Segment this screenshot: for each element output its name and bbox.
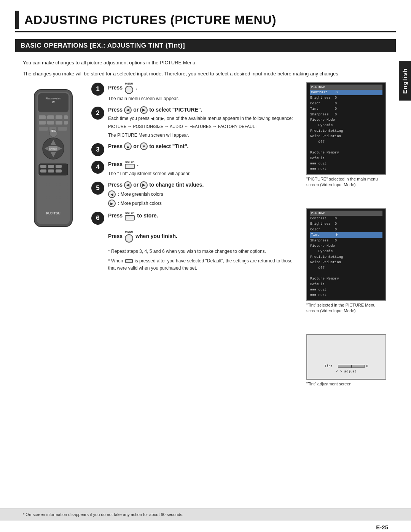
screen2-row-7: Dynamic (310, 249, 382, 254)
svg-rect-11 (56, 121, 62, 125)
svg-rect-32 (39, 179, 47, 184)
screen2-row-9: Noise Reduction (310, 260, 382, 265)
step-2-circle: 2 (91, 107, 104, 120)
screen2-row-4: Tint 0 (310, 232, 382, 238)
screen1-row-1: Contrast 0 (310, 90, 382, 95)
screen1-row-9: Noise Reduction (310, 134, 382, 139)
step-5-left-arrow: ◀ (124, 181, 132, 189)
step-5-right-arrow: ▶ (140, 181, 148, 189)
screen2-row-5: Sharpness 0 (310, 238, 382, 243)
step-5-bullet2: ▶ : More purplish colors (108, 200, 299, 207)
step-6-content: Press ENTER to store. (108, 211, 299, 220)
step-5-to-change: to change tint values. (149, 181, 204, 189)
step-2-right-arrow: ▶ (140, 106, 148, 114)
svg-rect-36 (49, 185, 57, 190)
screen1-row-10: Off (310, 139, 382, 145)
title-accent (15, 11, 19, 29)
svg-rect-27 (48, 165, 54, 168)
screen1-row-5: Sharpness 0 (310, 112, 382, 117)
svg-rect-7 (56, 115, 62, 119)
step-2: 2 Press ◀ or ▶ to select "PICTURE". Each… (91, 106, 299, 139)
step-7-when-finish: when you finish. (135, 232, 177, 240)
step-2-sequence: PICTURE ↔ POSITION/SIZE ↔ AUDIO ↔ FEATUR… (108, 123, 299, 130)
step-1-dot: . (135, 84, 137, 92)
step-5-bullet1-text: : More greenish colors (118, 192, 163, 197)
footer-note: * On-screen information disappears if yo… (0, 508, 411, 521)
step-3-down-arrow: ▼ (140, 142, 148, 150)
step-2-left-arrow: ◀ (124, 106, 132, 114)
tint-value: 0 (366, 364, 368, 368)
intro-text: You can make changes to all picture adju… (23, 59, 384, 78)
svg-rect-42 (49, 198, 57, 203)
screen2-row-11 (310, 271, 382, 276)
screen2-mock: PICTURE Contrast 0 Brightness 0 Color 0 … (306, 208, 386, 301)
step-5-bullet1: ◀ : More greenish colors (108, 190, 299, 198)
step-1-content: Press MENU . The main menu screen will a… (108, 82, 299, 102)
screen2-row-13: Default (310, 282, 382, 287)
step-6-to-store: to store. (137, 212, 158, 220)
step-2-sub2: The PICTURE Menu screen will appear. (108, 132, 299, 139)
svg-rect-40 (59, 192, 68, 197)
svg-rect-26 (40, 165, 46, 168)
screen1-row-0: PICTURE (310, 85, 382, 90)
steps-column: 1 Press MENU . The main menu screen will… (91, 82, 299, 275)
svg-rect-31 (56, 169, 62, 173)
step-5-content: Press ◀ or ▶ to change tint values. ◀ : … (108, 181, 299, 207)
svg-rect-8 (64, 115, 68, 119)
screen2-row-15: ■■■ next (310, 292, 382, 298)
step-5-press: Press (108, 181, 123, 189)
language-tab: English (399, 61, 411, 101)
tint-bar (338, 365, 365, 368)
step-2-press: Press (108, 106, 123, 114)
screen1-row-4: Tint 0 (310, 106, 382, 112)
step-3-or: or (133, 142, 139, 150)
step-4-enter-btn-wrap: ENTER (125, 160, 135, 169)
page-title: ADJUSTING PICTURES (PICTURE MENU) (24, 13, 276, 27)
svg-rect-15 (58, 127, 67, 131)
step-7-press: Press (108, 232, 123, 240)
tint-adjust-label: < > adjust (336, 370, 357, 374)
screen2-row-1: Contrast 0 (310, 216, 382, 221)
svg-rect-33 (49, 179, 57, 184)
screen1-mock: PICTURE Contrast 0 Brightness 0 Color 0 … (306, 82, 386, 175)
step-1-circle: 1 (91, 83, 104, 96)
svg-rect-41 (39, 198, 47, 203)
step-1: 1 Press MENU . The main menu screen will… (91, 82, 299, 102)
step-3-up-arrow: ▲ (124, 142, 132, 150)
screen3-container: Tint 0 < > adjust "Tint" adjustment scre… (306, 334, 388, 387)
spacer2 (306, 320, 388, 328)
step-4: 4 Press ENTER . The "Tint" adjustment sc… (91, 160, 299, 177)
step-2-content: Press ◀ or ▶ to select "PICTURE". Each t… (108, 106, 299, 139)
screen2-row-8: PrecisionSetting (310, 254, 382, 260)
svg-rect-37 (59, 185, 68, 190)
screens-column: PICTURE Contrast 0 Brightness 0 Color 0 … (306, 82, 388, 387)
svg-text:ENTER: ENTER (49, 148, 57, 150)
step-5: 5 Press ◀ or ▶ to change tint values. ◀ … (91, 181, 299, 207)
step-4-main: Press ENTER . (108, 160, 299, 169)
screen1-row-15: ■■■ next (310, 166, 382, 172)
screen2-row-6: Picture Mode (310, 243, 382, 249)
tint-bar-row: Tint 0 (324, 364, 368, 368)
screen1-row-3: Color 0 (310, 101, 382, 106)
screen1-container: PICTURE Contrast 0 Brightness 0 Color 0 … (306, 82, 388, 188)
svg-rect-6 (47, 115, 54, 119)
step-2-sub1: Each time you press ◀ or ▶, one of the a… (108, 115, 299, 122)
screen2-row-2: Brightness 0 (310, 221, 382, 227)
screen1-row-12: Picture Memory (310, 150, 382, 155)
svg-rect-29 (40, 169, 46, 173)
step-1-menu-btn: MENU (125, 82, 133, 94)
step-6-enter-btn-wrap: ENTER (125, 211, 135, 220)
screen1-row-2: Brightness 0 (310, 95, 382, 101)
step-3: 3 Press ▲ or ▼ to select "Tint". (91, 142, 299, 156)
svg-rect-43 (59, 198, 68, 203)
note-1: * Repeat steps 3, 4, 5 and 6 when you wi… (108, 248, 299, 255)
tint-marker (351, 365, 352, 367)
svg-rect-34 (59, 179, 68, 184)
step-3-to-select: to select "Tint". (149, 142, 188, 150)
step-6-main: Press ENTER to store. (108, 211, 299, 220)
step-6-press: Press (108, 212, 123, 220)
step-3-main: Press ▲ or ▼ to select "Tint". (108, 142, 299, 150)
screen2-row-12: Picture Memory (310, 276, 382, 281)
screen3-caption: "Tint" adjustment screen (306, 381, 388, 387)
step-1-sub: The main menu screen will appear. (108, 95, 299, 102)
